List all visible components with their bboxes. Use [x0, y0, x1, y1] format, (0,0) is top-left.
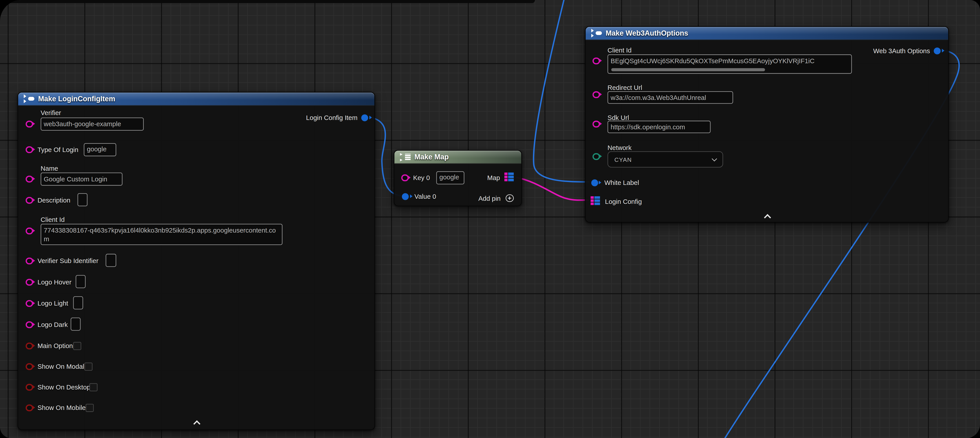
show-on-desktop-label: Show On Desktop — [38, 383, 91, 391]
description-label: Description — [38, 196, 70, 204]
logo-dark-label: Logo Dark — [38, 321, 68, 328]
type-of-login-input[interactable]: google — [84, 143, 116, 156]
name-pin[interactable] — [25, 175, 33, 183]
sdk-url-pin[interactable] — [593, 120, 600, 127]
verifier-pin[interactable] — [25, 120, 33, 127]
add-pin-label: Add pin — [479, 194, 501, 202]
verifier-label: Verifier — [41, 109, 61, 116]
blueprint-editor: Make LoginConfigItem Verifier web3auth-g… — [0, 0, 980, 438]
key0-input[interactable]: google — [436, 171, 464, 184]
client-id-label: Client Id — [608, 46, 632, 54]
web3auth-options-output-label: Web 3Auth Options — [873, 47, 930, 54]
key0-pin[interactable] — [401, 174, 408, 181]
network-dropdown[interactable]: CYAN — [608, 151, 723, 167]
chevron-down-icon — [712, 156, 717, 161]
network-label: Network — [608, 144, 632, 151]
redirect-url-input[interactable]: w3a://com.w3a.Web3AuthUnreal — [608, 91, 733, 104]
client-id-label: Client Id — [41, 216, 65, 223]
logo-dark-pin[interactable] — [25, 321, 33, 328]
node-header-make-map[interactable]: Make Map — [394, 151, 521, 164]
chevron-up-icon — [764, 214, 771, 221]
key0-label: Key 0 — [413, 174, 430, 182]
collapse-node-button[interactable] — [194, 421, 199, 426]
verifier-sub-identifier-input[interactable] — [106, 254, 116, 267]
main-option-label: Main Option — [38, 342, 73, 349]
type-of-login-label: Type Of Login — [38, 145, 78, 153]
main-option-pin[interactable] — [25, 342, 33, 349]
show-on-mobile-label: Show On Mobile — [38, 404, 86, 411]
white-label-label: White Label — [605, 179, 639, 186]
collapse-node-button[interactable] — [765, 215, 770, 220]
add-pin-button[interactable] — [506, 194, 513, 202]
client-id-input[interactable]: 774338308167-q463s7kpvja16l4l0kko3nb925i… — [41, 224, 283, 245]
client-id-pin[interactable] — [593, 57, 600, 64]
value0-label: Value 0 — [414, 193, 436, 200]
verifier-sub-identifier-label: Verifier Sub Identifier — [38, 257, 99, 264]
logo-dark-input[interactable] — [70, 318, 81, 331]
show-on-desktop-checkbox[interactable] — [89, 383, 98, 391]
network-pin[interactable] — [593, 153, 600, 160]
white-label-pin[interactable] — [591, 179, 598, 186]
login-config-pin[interactable] — [590, 196, 600, 205]
wire-map-output-to-login-config[interactable] — [516, 178, 589, 200]
value0-pin[interactable] — [402, 193, 409, 200]
name-input[interactable]: Google Custom Login — [41, 172, 123, 186]
logo-light-pin[interactable] — [25, 300, 33, 307]
sdk-url-label: Sdk Url — [608, 114, 629, 121]
name-label: Name — [41, 164, 58, 172]
description-pin[interactable] — [25, 196, 33, 204]
logo-hover-pin[interactable] — [25, 279, 33, 285]
show-on-modal-checkbox[interactable] — [84, 362, 92, 371]
node-header-make-web3authoptions[interactable]: Make Web3AuthOptions — [586, 27, 948, 40]
verifier-input[interactable]: web3auth-google-example — [41, 118, 144, 131]
type-of-login-pin[interactable] — [25, 146, 33, 153]
node-title: Make Map — [414, 153, 449, 161]
map-output-label: Map — [487, 174, 500, 182]
node-make-loginconfigitem[interactable]: Make LoginConfigItem Verifier web3auth-g… — [18, 92, 375, 430]
node-make-web3authoptions[interactable]: Make Web3AuthOptions Client Id BEglQSgt4… — [585, 26, 949, 223]
chevron-up-icon — [193, 420, 200, 427]
login-config-label: Login Config — [605, 197, 642, 205]
logo-hover-label: Logo Hover — [38, 278, 72, 286]
sdk-url-input[interactable]: https://sdk.openlogin.com — [608, 121, 711, 133]
show-on-modal-label: Show On Modal — [38, 363, 84, 370]
redirect-url-pin[interactable] — [593, 91, 600, 98]
logo-light-label: Logo Light — [38, 299, 68, 307]
wire-offscreen-top-to-white-label[interactable] — [534, 0, 589, 182]
network-dropdown-value: CYAN — [614, 156, 632, 163]
web3auth-options-output-pin[interactable] — [934, 47, 940, 54]
description-input[interactable] — [78, 193, 88, 206]
show-on-mobile-pin[interactable] — [25, 404, 33, 411]
client-id-scrollbar[interactable] — [611, 68, 765, 71]
login-config-item-output-pin[interactable] — [361, 114, 368, 121]
show-on-modal-pin[interactable] — [25, 363, 33, 370]
node-title: Make Web3AuthOptions — [606, 29, 688, 37]
show-on-mobile-checkbox[interactable] — [86, 403, 94, 412]
make-map-icon — [400, 153, 411, 161]
logo-hover-input[interactable] — [76, 275, 86, 288]
node-make-map[interactable]: Make Map Key 0 google Map Value 0 Add pi… — [394, 150, 522, 206]
node-title: Make LoginConfigItem — [38, 95, 115, 103]
node-header-make-loginconfigitem[interactable]: Make LoginConfigItem — [18, 92, 374, 106]
logo-light-input[interactable] — [73, 296, 83, 309]
login-config-item-output-label: Login Config Item — [306, 114, 357, 121]
show-on-desktop-pin[interactable] — [25, 384, 33, 390]
make-struct-icon — [24, 95, 35, 103]
blueprint-graph-canvas[interactable]: Make LoginConfigItem Verifier web3auth-g… — [0, 0, 980, 438]
main-option-checkbox[interactable] — [73, 342, 81, 350]
make-struct-icon — [591, 29, 602, 37]
client-id-input[interactable]: BEglQSgt4cUWcj6SKRdu5QkOXTsePmMcusG5EAoy… — [608, 54, 852, 74]
verifier-sub-identifier-pin[interactable] — [25, 257, 33, 264]
redirect-url-label: Redirect Url — [608, 84, 642, 91]
map-output-pin[interactable] — [504, 172, 514, 182]
client-id-pin[interactable] — [25, 227, 33, 234]
